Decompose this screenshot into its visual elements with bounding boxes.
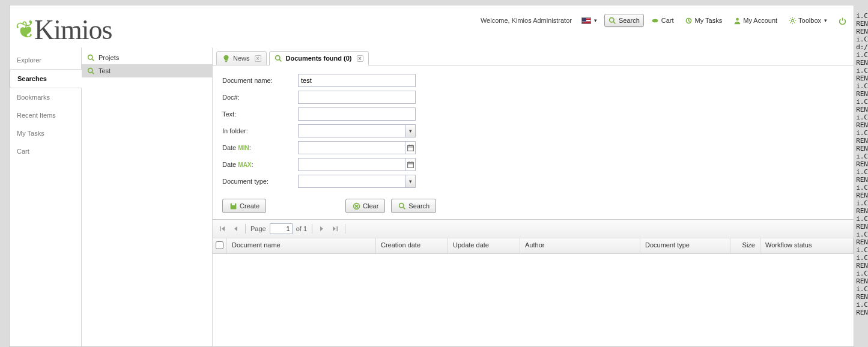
input-date-max[interactable]	[298, 158, 405, 171]
svg-rect-22	[232, 203, 235, 205]
svg-line-7	[92, 59, 94, 61]
svg-point-26	[399, 203, 403, 207]
header-toolbox-label: Toolbox	[798, 17, 821, 24]
background-log: i.C REN REN i.C d:/ i.C REN i.C REN i.C …	[856, 12, 868, 316]
logo: ❦ Kimios	[16, 14, 112, 46]
separator	[245, 224, 246, 234]
chevron-down-icon: ▾	[409, 178, 412, 184]
input-document-name[interactable]	[298, 74, 416, 87]
col-author[interactable]: Author	[520, 238, 640, 253]
select-all-checkbox[interactable]	[216, 241, 223, 249]
date-min-picker[interactable]	[405, 141, 416, 154]
chevron-down-icon: ▾	[824, 17, 827, 23]
list-item-label: Projets	[99, 54, 119, 61]
tab-label: Documents found (0)	[286, 55, 352, 62]
my-account-button[interactable]: My Account	[729, 14, 781, 26]
search-label: Search	[408, 202, 429, 210]
tab-label: News	[233, 55, 250, 62]
col-workflow-status[interactable]: Workflow status	[760, 238, 854, 253]
calendar-icon	[406, 143, 414, 152]
header-cart-label: Cart	[661, 17, 674, 24]
close-icon[interactable]: ×	[357, 55, 363, 62]
separator	[312, 224, 312, 234]
search-icon	[86, 53, 95, 62]
close-icon[interactable]: ×	[255, 55, 261, 62]
svg-point-11	[276, 55, 280, 59]
app-window: ❦ Kimios Welcome, Kimios Administrator ▾…	[9, 5, 854, 347]
col-document-type[interactable]: Document type	[640, 238, 730, 253]
search-item-projets[interactable]: Projets	[82, 51, 212, 64]
date-max-picker[interactable]	[405, 158, 416, 171]
col-checkbox[interactable]	[213, 238, 227, 253]
label-doc-number: Doc#:	[222, 94, 298, 101]
clear-label: Clear	[363, 202, 378, 210]
nav-cart[interactable]: Cart	[10, 142, 81, 160]
input-text[interactable]	[298, 107, 416, 121]
doctype-dropdown-trigger[interactable]: ▾	[405, 175, 416, 188]
input-in-folder[interactable]	[298, 124, 405, 137]
page-last-button[interactable]	[330, 224, 340, 234]
locale-selector[interactable]: ▾	[578, 16, 601, 26]
grid-header: Document name Creation date Update date …	[213, 238, 854, 254]
save-icon	[229, 202, 237, 210]
nav-my-tasks[interactable]: My Tasks	[10, 124, 81, 142]
page-label: Page	[250, 225, 266, 232]
nav-bookmarks[interactable]: Bookmarks	[10, 88, 81, 106]
input-document-type[interactable]	[298, 175, 405, 188]
search-icon	[609, 16, 617, 25]
tab-news[interactable]: News ×	[216, 51, 267, 65]
svg-rect-17	[407, 162, 413, 167]
svg-line-27	[403, 207, 405, 209]
header-myaccount-label: My Account	[743, 17, 777, 24]
search-button[interactable]: Search	[604, 14, 644, 27]
search-submit-button[interactable]: Search	[391, 199, 436, 213]
clear-button[interactable]: Clear	[345, 199, 385, 213]
my-tasks-button[interactable]: My Tasks	[681, 14, 726, 26]
nav-explorer[interactable]: Explorer	[10, 51, 81, 69]
search-icon	[398, 202, 406, 210]
col-document-name[interactable]: Document name	[227, 238, 376, 253]
chevron-down-icon: ▾	[594, 17, 597, 23]
main-panel: News × Documents found (0) × Document na…	[213, 47, 854, 346]
col-creation-date[interactable]: Creation date	[376, 238, 448, 253]
svg-point-2	[652, 19, 658, 22]
topbar: ❦ Kimios Welcome, Kimios Administrator ▾…	[10, 5, 854, 47]
page-input[interactable]	[270, 223, 293, 234]
page-first-button[interactable]	[217, 224, 227, 234]
create-button[interactable]: Create	[222, 199, 266, 213]
page-next-button[interactable]	[317, 224, 327, 234]
label-document-type: Document type:	[222, 178, 298, 185]
nav-searches[interactable]: Searches	[10, 69, 82, 88]
col-update-date[interactable]: Update date	[448, 238, 520, 253]
label-date-max: Date MAX:	[222, 161, 298, 168]
svg-line-9	[92, 72, 94, 74]
input-doc-number[interactable]	[298, 91, 416, 104]
input-date-min[interactable]	[298, 141, 405, 154]
folder-dropdown-trigger[interactable]: ▾	[405, 124, 416, 137]
search-icon	[275, 54, 283, 62]
logout-button[interactable]	[834, 14, 850, 26]
header-search-label: Search	[619, 17, 640, 24]
toolbox-button[interactable]: Toolbox ▾	[785, 14, 831, 26]
tab-documents-found[interactable]: Documents found (0) ×	[269, 51, 369, 65]
tasks-icon	[685, 16, 693, 25]
search-item-test[interactable]: Test	[82, 64, 212, 77]
col-size[interactable]: Size	[730, 238, 760, 253]
page-of-label: of 1	[296, 225, 307, 232]
cart-button[interactable]: Cart	[648, 14, 678, 26]
svg-line-1	[614, 22, 616, 23]
nav-recent-items[interactable]: Recent Items	[10, 106, 81, 124]
user-icon	[733, 16, 741, 25]
svg-point-5	[791, 19, 794, 22]
svg-point-6	[88, 55, 92, 59]
welcome-text: Welcome, Kimios Administrator	[481, 17, 572, 24]
svg-point-4	[736, 17, 739, 20]
create-label: Create	[240, 202, 259, 210]
label-in-folder: In folder:	[222, 127, 298, 134]
page-prev-button[interactable]	[231, 224, 240, 234]
grid-body	[213, 254, 854, 346]
logo-text: Kimios	[34, 14, 112, 46]
tab-strip: News × Documents found (0) ×	[213, 47, 854, 65]
cart-icon	[651, 16, 660, 25]
label-date-min: Date MIN:	[222, 144, 298, 151]
